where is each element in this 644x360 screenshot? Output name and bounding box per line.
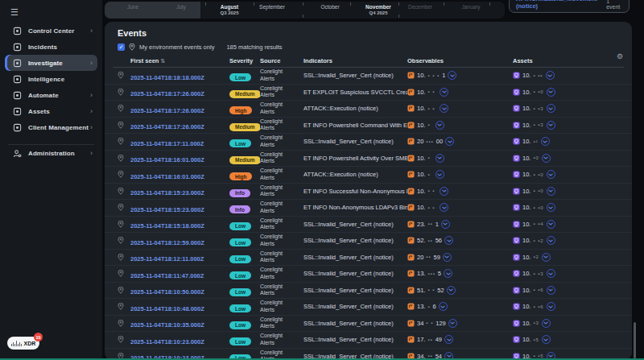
expand-observables-button[interactable] (444, 335, 453, 344)
expand-observables-button[interactable] (445, 137, 454, 146)
event-observables: 10. ▪ (407, 170, 513, 179)
table-row[interactable]: 2025-11-04T18:17:26.000Z High Corelight … (105, 101, 632, 118)
expand-assets-button[interactable] (542, 154, 551, 163)
expand-observables-button[interactable] (448, 319, 457, 328)
expand-assets-button[interactable] (546, 71, 555, 80)
table-row[interactable]: 2025-11-04T18:18:18.000Z Low Corelight A… (105, 68, 632, 85)
event-first-seen-link[interactable]: 2025-11-04T18:12:11.000Z (130, 255, 204, 263)
table-row[interactable]: 2025-11-04T18:17:26.000Z Medium Coreligh… (105, 118, 632, 134)
expand-assets-button[interactable] (547, 220, 555, 229)
expand-assets-button[interactable] (547, 104, 555, 113)
redacted-observable-text: ▪ ▪ ▪ (427, 73, 440, 78)
menu-toggle-button[interactable]: ☰ (10, 7, 19, 18)
event-first-seen-link[interactable]: 2025-11-04T18:16:01.000Z (130, 156, 204, 163)
expand-observables-button[interactable] (436, 121, 444, 130)
sidebar-item[interactable]: Control Center › (5, 23, 97, 39)
table-row[interactable]: 2025-11-04T18:17:11.000Z Low Corelight A… (105, 134, 632, 151)
sidebar-item[interactable]: Assets › (5, 103, 97, 119)
expand-observables-button[interactable] (441, 220, 450, 229)
expand-observables-button[interactable] (448, 71, 456, 80)
sort-icon[interactable]: ⇅ (161, 58, 166, 64)
event-first-seen-link[interactable]: 2025-11-04T18:15:23.000Z (130, 189, 204, 197)
expand-assets-button[interactable] (547, 302, 555, 311)
event-first-seen-link[interactable]: 2025-11-04T18:11:47.000Z (130, 272, 204, 279)
expand-observables-button[interactable] (443, 253, 452, 262)
event-source: Corelight Alerts (260, 184, 303, 198)
event-first-seen-link[interactable]: 2025-11-04T18:18:18.000Z (130, 74, 204, 81)
table-row[interactable]: 2025-11-04T18:16:01.000Z Medium Coreligh… (105, 151, 632, 168)
event-first-seen-link[interactable]: 2025-11-04T18:10:48.000Z (130, 305, 204, 312)
table-row[interactable]: 2025-11-04T18:10:23.000Z Low Corelight A… (105, 332, 632, 349)
expand-observables-button[interactable] (444, 236, 453, 245)
expand-assets-button[interactable] (547, 187, 555, 196)
table-row[interactable]: 2025-11-04T18:11:47.000Z Low Corelight A… (105, 266, 632, 283)
event-first-seen-link[interactable]: 2025-11-04T18:15:23.000Z (130, 206, 204, 213)
chevron-down-icon (448, 140, 452, 143)
expand-observables-button[interactable] (440, 88, 448, 97)
administration-icon (12, 148, 22, 158)
expand-assets-button[interactable] (542, 319, 551, 328)
expand-assets-button[interactable] (547, 121, 555, 130)
vertical-scrollbar[interactable] (634, 322, 636, 358)
event-first-seen-link[interactable]: 2025-11-04T18:17:11.000Z (130, 140, 204, 147)
table-row[interactable]: 2025-11-04T18:10:35.000Z Low Corelight A… (105, 316, 632, 333)
timeline-tick (444, 2, 444, 6)
expand-observables-button[interactable] (436, 154, 444, 163)
expand-assets-button[interactable] (547, 170, 555, 179)
event-first-seen-link[interactable]: 2025-11-04T18:10:23.000Z (130, 338, 204, 346)
event-first-seen-link[interactable]: 2025-11-04T18:12:59.000Z (130, 239, 204, 246)
event-first-seen-link[interactable]: 2025-11-04T18:16:01.000Z (130, 173, 204, 180)
expand-assets-button[interactable] (547, 269, 555, 278)
tooltip-event-link[interactable]: ATTACK::Lateral_Movement (notice) (516, 0, 606, 10)
sidebar-item-administration[interactable]: Administration › (5, 145, 97, 161)
sidebar-item[interactable]: Investigate › (5, 55, 97, 71)
xdr-app-button[interactable]: XDR 10 (7, 337, 39, 350)
chevron-right-icon: › (90, 59, 93, 67)
table-row[interactable]: 2025-11-04T18:10:50.000Z Low Corelight A… (105, 283, 632, 300)
event-first-seen-link[interactable]: 2025-11-04T18:17:26.000Z (130, 90, 204, 97)
expand-assets-button[interactable] (547, 88, 555, 97)
expand-assets-button[interactable] (542, 253, 551, 262)
sidebar-item[interactable]: Intelligence (5, 71, 97, 87)
asset-icon (513, 122, 520, 129)
timeline: June July August Q3 2025 September Octob… (105, 2, 505, 19)
observable-icon (407, 303, 415, 310)
table-settings-gear-icon[interactable]: ⚙ (617, 53, 623, 60)
expand-assets-button[interactable] (542, 335, 551, 344)
expand-assets-button[interactable] (547, 203, 555, 212)
sidebar-item[interactable]: Client Management › (5, 119, 97, 135)
expand-observables-button[interactable] (440, 203, 448, 212)
cisco-logo (11, 340, 22, 346)
event-first-seen-link[interactable]: 2025-11-04T18:10:35.000Z (130, 321, 204, 329)
my-environment-checkbox[interactable]: ✓ (118, 43, 125, 51)
event-first-seen-link[interactable]: 2025-11-04T18:17:26.000Z (130, 107, 204, 114)
table-row[interactable]: 2025-11-04T18:12:59.000Z Low Corelight A… (105, 233, 632, 250)
sidebar-item[interactable]: Incidents (5, 39, 97, 55)
event-first-seen-link[interactable]: 2025-11-04T18:17:26.000Z (130, 123, 204, 130)
table-row[interactable]: 2025-11-04T18:17:26.000Z Medium Coreligh… (105, 85, 632, 101)
table-row[interactable]: 2025-11-04T18:12:11.000Z Low Corelight A… (105, 250, 632, 267)
sidebar-item[interactable]: Automate › (5, 87, 97, 103)
table-row[interactable]: 2025-11-04T18:15:18.000Z Low Corelight A… (105, 217, 632, 234)
event-first-seen-link[interactable]: 2025-11-04T18:15:18.000Z (130, 222, 204, 230)
table-row[interactable]: 2025-11-04T18:16:01.000Z High Corelight … (105, 167, 632, 184)
expand-observables-button[interactable] (436, 170, 444, 179)
table-row[interactable]: 2025-11-04T18:10:48.000Z Low Corelight A… (105, 299, 632, 316)
column-first-seen[interactable]: First seen ⇅ (130, 57, 229, 64)
expand-observables-button[interactable] (444, 269, 452, 278)
expand-assets-button[interactable] (547, 236, 555, 245)
asset-icon (513, 270, 520, 277)
expand-assets-button[interactable] (541, 137, 550, 146)
table-row[interactable]: 2025-11-04T18:15:23.000Z Info Corelight … (105, 200, 632, 217)
event-observables: 23. ▪▪ 1 (407, 220, 513, 229)
expand-observables-button[interactable] (447, 286, 456, 295)
expand-assets-button[interactable] (547, 286, 555, 295)
filter-label[interactable]: My environment events only (139, 43, 214, 51)
table-row[interactable]: 2025-11-04T18:15:23.000Z Info Corelight … (105, 184, 632, 201)
redacted-observable-text: ▪ (427, 155, 430, 160)
expand-observables-button[interactable] (440, 187, 448, 196)
chevron-down-icon (547, 74, 552, 77)
expand-observables-button[interactable] (440, 104, 448, 113)
event-first-seen-link[interactable]: 2025-11-04T18:10:50.000Z (130, 288, 204, 296)
expand-observables-button[interactable] (439, 302, 448, 311)
